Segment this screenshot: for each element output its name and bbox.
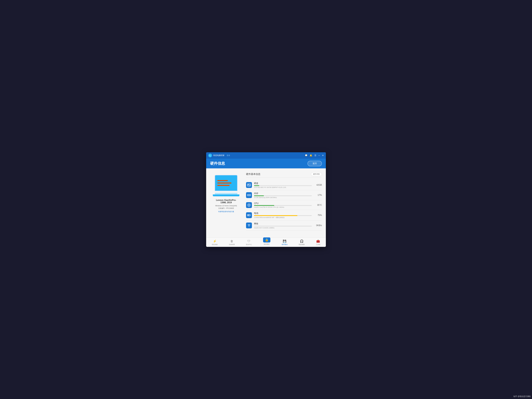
cpu-desc: Intel(R) Core(TM) i5-10210U CPU @ 1.60GH… [254, 206, 312, 208]
disk-label: 硬盘 [254, 182, 312, 185]
svg-point-2 [249, 185, 250, 186]
bottom-nav: ⚡ 优化加速 🗑 垃圾清理 🛡 安全中心 🔒 软件商店 💾 硬件驱动 🎧 联想客… [206, 238, 326, 247]
svg-point-28 [249, 226, 249, 227]
memory-progress-fill [254, 195, 264, 196]
laptop-keyboard [215, 193, 237, 194]
minimize-icon[interactable]: ─ [318, 154, 320, 157]
battery-progress-bar [254, 215, 312, 216]
chat-icon[interactable]: 💬 [305, 154, 308, 157]
hw-item-memory: 内存 16 GB (Samsung DDR4 2667MHz) 17% [246, 190, 322, 200]
back-button[interactable]: 返回 [308, 161, 322, 166]
disk-value: 42GB [314, 184, 322, 186]
hw-item-network: 网络 Intel(R) Wi-Fi 6 AX201 160MHz 0KB/s [246, 221, 322, 231]
network-progress-bar [254, 226, 312, 227]
watermark: 知乎 @现在是天满啦 [513, 395, 531, 398]
device-name: Lenovo XiaoXinPro-13IML 2019 [216, 199, 236, 204]
nav-label-optimize: 优化加速 [212, 244, 218, 246]
nav-label-clean: 垃圾清理 [229, 244, 235, 246]
nav-item-service[interactable]: 🎧 联想客服 [297, 239, 306, 246]
section-header: 硬件基本信息 硬件详情 [246, 172, 322, 177]
memory-icon [246, 192, 252, 198]
hardware-icon: 💾 [283, 240, 286, 243]
disk-progress-bar [254, 185, 312, 186]
svg-rect-10 [250, 195, 250, 196]
network-value: 0KB/s [314, 224, 322, 227]
cpu-icon [246, 202, 252, 208]
nav-item-appstore[interactable]: 🔒 软件商店 [261, 239, 272, 246]
nav-item-tools[interactable]: 🧰 工具箱 [314, 239, 322, 246]
header-bar: 硬件信息 返回 [206, 159, 326, 168]
battery-desc: 123456789SunwodaBASE-8AT - 锂聚合物电池 [254, 216, 312, 219]
svg-rect-26 [250, 215, 251, 215]
left-panel: Lenovo XiaoXinPro-13IML 2019 Windows 10 … [210, 172, 242, 234]
nav-label-service: 联想客服 [299, 244, 304, 246]
battery-icon [246, 212, 252, 218]
svg-rect-6 [248, 195, 248, 196]
disk-icon [246, 182, 252, 188]
clean-icon: 🗑 [230, 240, 233, 243]
memory-progress-bar [254, 195, 312, 196]
memory-label: 内存 [254, 192, 312, 195]
laptop-illustration [213, 175, 239, 196]
battery-label: 电池 [254, 212, 312, 215]
hw-item-cpu: CPU Intel(R) Core(TM) i5-10210U CPU @ 1.… [246, 200, 322, 210]
app-window: L 联想电脑管家 登录 💬 🔔 ☰ ─ ✕ 硬件信息 返回 [206, 152, 326, 247]
nav-label-hardware: 硬件驱动 [282, 244, 288, 246]
login-button[interactable]: 登录 [227, 154, 230, 157]
right-panel: 硬件基本信息 硬件详情 硬盘 (476 GB) WDC PC SN730 SDB… [246, 172, 322, 234]
screen-line-1 [217, 180, 228, 181]
screen-line-3 [217, 185, 229, 186]
close-icon[interactable]: ✕ [322, 154, 324, 157]
menu-icon[interactable]: ☰ [314, 154, 316, 157]
svg-rect-9 [249, 195, 250, 196]
svg-rect-12 [248, 204, 250, 206]
network-desc: Intel(R) Wi-Fi 6 AX201 160MHz [254, 227, 312, 229]
memory-value: 17% [314, 194, 322, 196]
tools-icon: 🧰 [316, 240, 320, 243]
nav-label-security: 安全中心 [246, 244, 252, 246]
network-info: 网络 Intel(R) Wi-Fi 6 AX201 160MHz [254, 222, 312, 229]
detail-button[interactable]: 硬件详情 [311, 172, 322, 176]
device-id: 主机编号：PF1C882E [218, 207, 234, 209]
app-name-label: 联想电脑管家 [213, 154, 224, 157]
nav-item-security[interactable]: 🛡 安全中心 [244, 239, 253, 246]
crown-icon[interactable]: 🔔 [310, 154, 312, 157]
service-icon: 🎧 [300, 240, 304, 243]
nav-item-hardware[interactable]: 💾 硬件驱动 [280, 239, 289, 246]
hw-item-battery: 电池 123456789SunwodaBASE-8AT - 锂聚合物电池 75% [246, 210, 322, 221]
nav-item-optimize[interactable]: ⚡ 优化加速 [210, 239, 219, 246]
title-bar-right: 💬 🔔 ☰ ─ ✕ [305, 154, 324, 157]
laptop-screen [215, 175, 237, 191]
svg-rect-3 [248, 184, 249, 185]
svg-rect-4 [248, 185, 249, 185]
hardware-items-container: 硬盘 (476 GB) WDC PC SN730 SDBPNTY-512G-11… [246, 180, 322, 231]
page-title: 硬件信息 [210, 161, 225, 166]
battery-info: 电池 123456789SunwodaBASE-8AT - 锂聚合物电池 [254, 212, 312, 219]
memory-desc: 16 GB (Samsung DDR4 2667MHz) [254, 197, 312, 198]
disk-desc: (476 GB) WDC PC SN730 SDBPNTY-512G-1101 [254, 187, 312, 188]
section-title: 硬件基本信息 [246, 172, 260, 176]
hw-item-disk: 硬盘 (476 GB) WDC PC SN730 SDBPNTY-512G-11… [246, 180, 322, 190]
device-os: Windows 10 Home China(x64) [215, 205, 237, 207]
appstore-icon: 🔒 [265, 238, 269, 241]
upgrade-link[interactable]: 专家帮您查询升级方案 [218, 210, 234, 213]
optimize-icon: ⚡ [213, 240, 216, 243]
battery-value: 75% [314, 214, 322, 216]
screen-line-2 [217, 183, 231, 184]
cpu-progress-fill [254, 205, 274, 206]
memory-info: 内存 16 GB (Samsung DDR4 2667MHz) [254, 192, 312, 198]
nav-label-tools: 工具箱 [316, 244, 320, 246]
cpu-value: 35°C [314, 204, 322, 206]
title-bar: L 联想电脑管家 登录 💬 🔔 ☰ ─ ✕ [206, 152, 326, 159]
security-icon: 🛡 [247, 240, 250, 243]
laptop-base [213, 194, 239, 196]
app-logo: L [208, 154, 212, 157]
battery-progress-fill [254, 215, 298, 216]
title-bar-left: L 联想电脑管家 登录 [208, 154, 230, 157]
nav-item-clean[interactable]: 🗑 垃圾清理 [227, 239, 236, 246]
network-icon [246, 222, 252, 228]
cpu-label: CPU [254, 202, 312, 205]
svg-rect-8 [249, 195, 249, 196]
svg-rect-27 [248, 215, 249, 216]
nav-label-appstore: 软件商店 [264, 243, 270, 245]
